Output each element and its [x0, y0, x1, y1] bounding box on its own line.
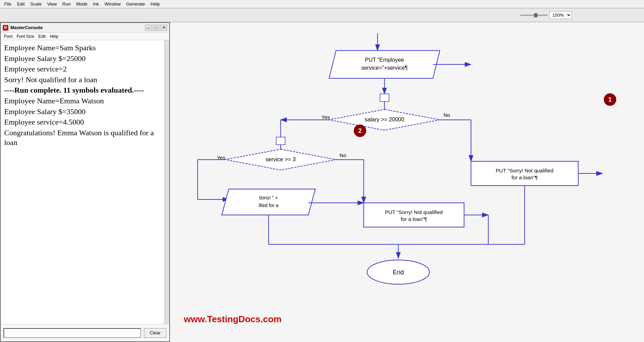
minimize-button[interactable]: —: [145, 25, 152, 31]
console-line: Employee service=4.5000: [4, 117, 161, 127]
console-title-bar: M MasterConsole — □ ✕: [1, 23, 169, 33]
zoom-slider-track[interactable]: [520, 15, 548, 16]
console-line: Employee Salary $=35000: [4, 107, 161, 117]
close-button[interactable]: ✕: [160, 25, 167, 31]
menu-ink[interactable]: Ink: [90, 1, 102, 7]
svg-text:PUT "Sorry! Not qualified: PUT "Sorry! Not qualified: [496, 168, 553, 173]
zoom-slider-thumb[interactable]: [534, 13, 538, 17]
menu-scale[interactable]: Scale: [27, 1, 44, 7]
console-line: Sorry! Not qualified for a loan: [4, 75, 161, 85]
svg-text:PUT "Sorry! Not qualified: PUT "Sorry! Not qualified: [385, 209, 443, 215]
menu-help[interactable]: Help: [148, 1, 163, 7]
svg-text:service="+service¶: service="+service¶: [361, 65, 408, 71]
console-menu-bar: Font Font Size Edit Help: [1, 33, 169, 40]
svg-rect-18: [276, 137, 285, 145]
svg-text:PUT "Employee: PUT "Employee: [365, 57, 404, 63]
main-content: M MasterConsole — □ ✕ Font Font Size Edi…: [0, 22, 644, 342]
console-input[interactable]: [3, 328, 141, 338]
console-line: Employee Name=Emma Watson: [4, 96, 161, 106]
console-menu-edit[interactable]: Edit: [36, 34, 48, 39]
menu-generate[interactable]: Generate: [123, 1, 148, 7]
clear-button[interactable]: Clear: [144, 328, 166, 338]
console-icon: M: [3, 25, 8, 31]
console-scrollbar[interactable]: [164, 40, 169, 324]
master-console: M MasterConsole — □ ✕ Font Font Size Edi…: [0, 22, 170, 342]
svg-text:Yes: Yes: [321, 114, 330, 120]
flowchart-area: PUT "Employee service="+service¶ salary …: [170, 22, 644, 342]
maximize-button[interactable]: □: [153, 25, 160, 31]
console-line: Congratulations! Emma Watson is qualifie…: [4, 128, 161, 148]
menu-file[interactable]: File: [1, 1, 14, 7]
badge-1: 1: [604, 93, 616, 106]
flowchart-svg: PUT "Employee service="+service¶ salary …: [170, 22, 644, 342]
badge-2: 2: [354, 125, 366, 137]
console-line: ----Run complete. 11 symbols evaluated.-…: [4, 85, 161, 95]
console-line: Employee Salary $=25000: [4, 54, 161, 64]
watermark: www.TestingDocs.com: [184, 314, 282, 325]
console-title-buttons: — □ ✕: [145, 25, 167, 31]
toolbar: 150% 50% 75% 100% 125% 200%: [0, 8, 644, 22]
console-menu-fontsize[interactable]: Font Size: [15, 34, 36, 39]
svg-text:tions! " +: tions! " +: [259, 195, 278, 200]
menu-bar: File Edit Scale View Run Mode Ink Window…: [0, 0, 644, 8]
svg-marker-37: [222, 189, 315, 215]
console-line: Employee Name=Sam Sparks: [4, 43, 161, 53]
menu-edit[interactable]: Edit: [14, 1, 27, 7]
console-menu-help[interactable]: Help: [48, 34, 60, 39]
console-title: MasterConsole: [10, 25, 145, 30]
svg-text:End: End: [393, 269, 404, 276]
menu-mode[interactable]: Mode: [74, 1, 91, 7]
menu-view[interactable]: View: [44, 1, 60, 7]
menu-run[interactable]: Run: [60, 1, 74, 7]
svg-text:No: No: [444, 112, 450, 118]
zoom-control: 150% 50% 75% 100% 125% 200%: [520, 11, 572, 19]
menu-window[interactable]: Window: [102, 1, 123, 7]
svg-text:ified for a: ified for a: [259, 203, 279, 208]
console-output: Employee Name=Sam SparksEmployee Salary …: [1, 40, 164, 324]
svg-text:for a loan"¶: for a loan"¶: [512, 174, 538, 180]
console-line: Employee service=2: [4, 64, 161, 74]
svg-text:service >= 3: service >= 3: [266, 156, 296, 162]
svg-text:No: No: [340, 152, 346, 158]
svg-rect-6: [380, 94, 389, 102]
svg-text:salary >= 20000: salary >= 20000: [364, 117, 404, 122]
zoom-select[interactable]: 150% 50% 75% 100% 125% 200%: [549, 11, 572, 19]
svg-text:for a loan"¶: for a loan"¶: [401, 216, 427, 222]
console-menu-font[interactable]: Font: [2, 34, 15, 39]
console-footer: Clear: [1, 324, 169, 341]
